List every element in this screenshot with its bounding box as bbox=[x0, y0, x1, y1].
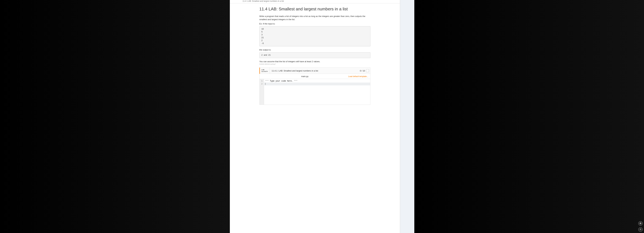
page-frame: 11.4: LAB: Smallest and largest numbers … bbox=[230, 0, 400, 233]
text-cursor-icon bbox=[265, 83, 266, 85]
line-number: 1 bbox=[261, 80, 262, 83]
svg-rect-0 bbox=[640, 223, 641, 224]
load-default-template-link[interactable]: Load default template... bbox=[348, 75, 368, 78]
editor-filename: main.py bbox=[262, 75, 348, 78]
floating-controls bbox=[638, 221, 643, 232]
code-editor[interactable]: 1 2 ''' Type your code here. ''' bbox=[260, 79, 370, 105]
lab-activity-tag: LAB ACTIVITY bbox=[260, 68, 270, 74]
example-input-block: 10 5 3 21 2 -6 bbox=[260, 26, 370, 46]
problem-id: 543696.3883344.qx3zqy7 bbox=[260, 63, 370, 65]
assumption-note: You can assume that the list of integers… bbox=[260, 60, 370, 63]
code-lines[interactable]: ''' Type your code here. ''' bbox=[264, 79, 370, 105]
lab-activity-title: 11.4.1: LAB: Smallest and largest number… bbox=[270, 68, 358, 74]
example-output-label: the output is: bbox=[260, 49, 370, 51]
breadcrumb-bar: 11.4: LAB: Smallest and largest numbers … bbox=[230, 0, 400, 3]
page-title: 11.4 LAB: Smallest and largest numbers i… bbox=[260, 7, 370, 12]
line-number: 2 bbox=[261, 83, 262, 85]
lab-description: Write a program that reads a list of int… bbox=[260, 15, 370, 21]
score-text: 0 / 10 bbox=[360, 70, 365, 72]
example-output-block: 2 and 21 bbox=[260, 52, 370, 58]
line-number-gutter: 1 2 bbox=[260, 79, 264, 105]
code-line[interactable]: ''' Type your code here. ''' bbox=[265, 80, 369, 83]
right-sidebar bbox=[400, 0, 414, 233]
lab-score: 0 / 10 bbox=[358, 68, 370, 74]
code-line[interactable] bbox=[264, 83, 370, 85]
lab-activity-header: LAB ACTIVITY 11.4.1: LAB: Smallest and l… bbox=[260, 68, 370, 74]
scroll-up-icon[interactable] bbox=[638, 227, 643, 232]
print-icon[interactable] bbox=[638, 221, 643, 226]
breadcrumb[interactable]: 11.4: LAB: Smallest and largest numbers … bbox=[242, 0, 284, 2]
content-area: 11.4 LAB: Smallest and largest numbers i… bbox=[230, 3, 400, 108]
lab-tag-line1: LAB bbox=[262, 69, 268, 71]
code-editor-panel: main.py Load default template... 1 2 '''… bbox=[260, 74, 370, 105]
lab-tag-line2: ACTIVITY bbox=[262, 71, 268, 72]
score-expand-icon[interactable] bbox=[366, 69, 369, 72]
example-input-label: Ex: If the input is: bbox=[260, 23, 370, 25]
editor-toolbar: main.py Load default template... bbox=[260, 74, 370, 79]
